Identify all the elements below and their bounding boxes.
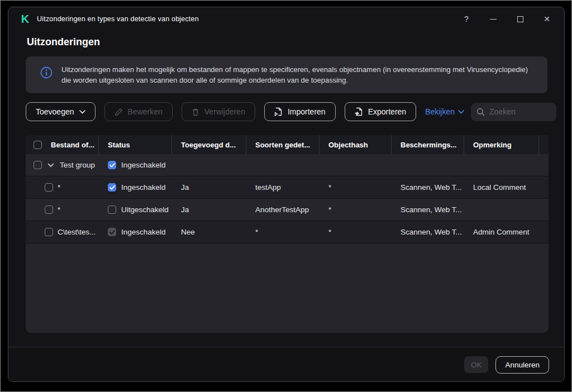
delete-button[interactable]: Verwijderen xyxy=(182,102,255,121)
footer-divider xyxy=(8,347,564,347)
search-box xyxy=(471,103,556,121)
minimize-button[interactable] xyxy=(485,11,502,27)
column-header-comment[interactable]: Opmerking xyxy=(464,135,539,154)
group-status-cell: Ingeschakeld xyxy=(99,154,172,176)
row-checkbox[interactable] xyxy=(45,228,53,236)
file-cell: C\test\tes... xyxy=(26,221,99,243)
add-button-label: Toevoegen xyxy=(36,107,74,116)
column-header-label: Beschermings... xyxy=(401,141,456,149)
search-input[interactable] xyxy=(489,107,551,116)
empty-cell xyxy=(246,154,320,176)
row-checkbox[interactable] xyxy=(45,183,53,192)
status-checkbox[interactable] xyxy=(108,183,116,192)
view-dropdown[interactable]: Bekijken xyxy=(425,107,464,116)
exclusions-table: Bestand of... Status Toegevoegd d... Soo… xyxy=(26,135,549,333)
group-name-cell: Test group xyxy=(26,154,99,176)
protection-cell: Scannen, Web T... xyxy=(392,199,464,221)
empty-cell xyxy=(539,199,549,221)
title-bar: K Uitzonderingen en types van detectie v… xyxy=(8,7,564,31)
footer: OK Annuleren xyxy=(8,348,564,381)
select-all-checkbox[interactable] xyxy=(34,141,42,149)
column-header-label: Objecthash xyxy=(328,141,368,149)
edit-button[interactable]: Bewerken xyxy=(104,102,173,121)
file-value: * xyxy=(58,205,60,214)
column-header-label: Toegevoegd d... xyxy=(181,141,236,149)
comment-cell: Local Comment xyxy=(464,176,539,198)
column-header-label: Soorten gedet... xyxy=(255,141,310,149)
app-window: K Uitzonderingen en types van detectie v… xyxy=(8,7,565,382)
edit-button-label: Bewerken xyxy=(128,107,163,116)
column-header-spacer xyxy=(539,135,549,154)
status-checkbox[interactable] xyxy=(108,205,116,214)
help-button[interactable]: ? xyxy=(458,11,475,27)
comment-cell xyxy=(464,199,539,221)
collapse-chevron-icon[interactable] xyxy=(47,163,54,168)
window-title: Uitzonderingen en types van detectie van… xyxy=(37,15,199,23)
empty-cell xyxy=(539,154,549,176)
delete-button-label: Verwijderen xyxy=(204,107,245,116)
status-label: Uitgeschakeld xyxy=(121,205,169,214)
column-header-status[interactable]: Status xyxy=(99,135,172,154)
status-label: Ingeschakeld xyxy=(121,161,166,169)
chevron-down-icon xyxy=(458,110,464,114)
column-header-detected-types[interactable]: Soorten gedet... xyxy=(246,135,320,154)
kaspersky-logo-icon: K xyxy=(18,13,32,26)
import-icon xyxy=(274,107,283,116)
column-header-file[interactable]: Bestand of... xyxy=(26,135,99,154)
detected-types-cell: testApp xyxy=(246,176,320,198)
cancel-button[interactable]: Annuleren xyxy=(495,356,549,374)
table-row[interactable]: * Ingeschakeld Ja testApp * Scannen, Web… xyxy=(26,176,549,199)
status-cell: Uitgeschakeld xyxy=(99,199,172,221)
view-dropdown-label: Bekijken xyxy=(425,107,455,116)
close-button[interactable]: ✕ xyxy=(538,11,555,27)
table-group-row[interactable]: Test group Ingeschakeld xyxy=(26,154,549,176)
objecthash-cell: * xyxy=(320,176,392,198)
column-header-protection[interactable]: Beschermings... xyxy=(392,135,464,154)
maximize-button[interactable] xyxy=(512,11,528,27)
protection-cell: Scannen, Web T... xyxy=(392,221,464,243)
page-title: Uitzonderingen xyxy=(27,36,564,48)
objecthash-cell: * xyxy=(320,221,392,243)
ok-button[interactable]: OK xyxy=(464,356,489,373)
status-checkbox[interactable] xyxy=(108,228,116,236)
toolbar: Toevoegen Bewerken Verwijderen Importere… xyxy=(26,102,547,121)
table-empty-area xyxy=(26,243,549,333)
column-header-objecthash[interactable]: Objecthash xyxy=(320,135,392,154)
export-button[interactable]: Exporteren xyxy=(345,102,416,121)
added-by-cell: Ja xyxy=(172,176,246,198)
import-button-label: Importeren xyxy=(288,107,326,116)
info-text: Uitzonderingen maken het mogelijk om bes… xyxy=(57,64,537,85)
minimize-icon xyxy=(490,19,497,20)
empty-cell xyxy=(320,154,392,176)
file-cell: * xyxy=(26,176,99,198)
import-button[interactable]: Importeren xyxy=(264,102,336,121)
column-header-added-by[interactable]: Toegevoegd d... xyxy=(172,135,246,154)
status-checkbox[interactable] xyxy=(108,161,116,169)
trash-icon xyxy=(192,108,199,116)
row-checkbox[interactable] xyxy=(34,161,42,169)
protection-cell: Scannen, Web T... xyxy=(392,176,464,198)
row-checkbox[interactable] xyxy=(45,205,53,214)
table-row[interactable]: * Uitgeschakeld Ja AnotherTestApp * Scan… xyxy=(26,199,549,221)
status-label: Ingeschakeld xyxy=(121,183,166,192)
file-cell: * xyxy=(26,199,99,221)
window-controls: ? ✕ xyxy=(458,11,555,27)
status-label: Ingeschakeld xyxy=(121,228,166,236)
status-cell: Ingeschakeld xyxy=(99,176,172,198)
table-header-row: Bestand of... Status Toegevoegd d... Soo… xyxy=(26,135,549,154)
status-cell: Ingeschakeld xyxy=(99,221,172,243)
search-icon xyxy=(476,108,485,116)
table-row[interactable]: C\test\tes... Ingeschakeld Nee * * Scann… xyxy=(26,221,549,243)
detected-types-cell: AnotherTestApp xyxy=(246,199,320,221)
info-panel: Uitzonderingen maken het mogelijk om bes… xyxy=(26,56,547,93)
empty-cell xyxy=(539,176,549,198)
file-value: * xyxy=(58,183,60,192)
chevron-down-icon xyxy=(79,110,85,114)
empty-cell xyxy=(464,154,539,176)
objecthash-cell: * xyxy=(320,199,392,221)
column-header-label: Bestand of... xyxy=(51,141,94,149)
column-header-label: Status xyxy=(108,141,130,149)
add-button[interactable]: Toevoegen xyxy=(26,102,96,121)
maximize-icon xyxy=(517,16,523,22)
pencil-icon xyxy=(115,108,123,116)
